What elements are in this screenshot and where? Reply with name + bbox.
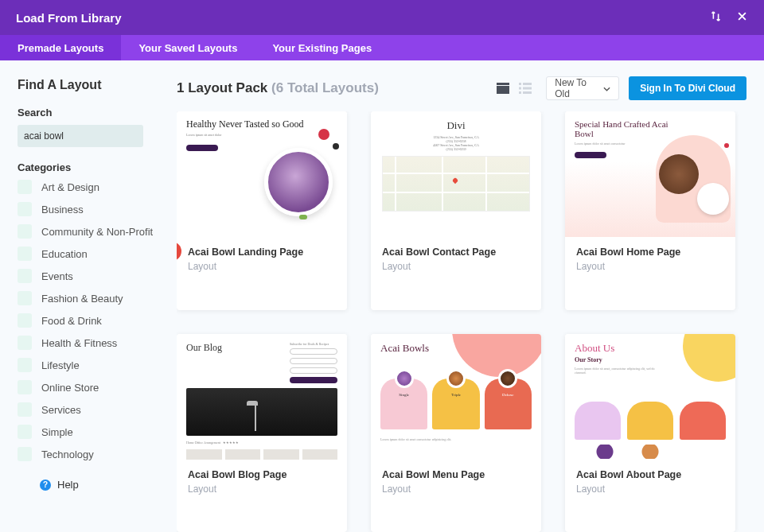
help-link[interactable]: ? Help	[40, 479, 159, 491]
modal-header: Load From Library	[0, 0, 764, 35]
layout-thumbnail: Healthy Never Tasted so Good Lorem ipsum…	[177, 111, 347, 237]
layout-card[interactable]: Our Blog Subscribe for Deals & Recipes H…	[177, 334, 347, 533]
layout-type: Layout	[576, 483, 724, 495]
svg-rect-3	[523, 83, 532, 85]
category-label: Fashion & Beauty	[41, 293, 123, 305]
category-item[interactable]: Art & Design	[18, 180, 159, 194]
category-item[interactable]: Education	[18, 247, 159, 261]
list-view-icon[interactable]	[516, 80, 535, 97]
category-label: Lifestyle	[41, 359, 80, 371]
layout-thumbnail: Our Blog Subscribe for Deals & Recipes H…	[177, 334, 347, 460]
category-item[interactable]: Online Store	[18, 380, 159, 394]
layout-card[interactable]: Divi 1234 Street Ave, San Francisco, CA …	[371, 111, 541, 310]
layout-card[interactable]: 1 Healthy Never Tasted so Good Lorem ips…	[177, 111, 347, 310]
layout-thumbnail: Special Hand Crafted Acai Bowl Lorem ips…	[565, 111, 735, 237]
layout-title: Acai Bowl Landing Page	[188, 247, 336, 258]
category-label: Technology	[41, 449, 94, 460]
categories-label: Categories	[18, 161, 159, 173]
category-item[interactable]: Food & Drink	[18, 313, 159, 328]
layout-card[interactable]: Acai Bowls Single Triple Deluxe Lorem ip…	[371, 334, 541, 533]
main-toolbar: 1 Layout Pack (6 Total Layouts) New To O…	[177, 76, 746, 100]
main-panel: 1 Layout Pack (6 Total Layouts) New To O…	[159, 60, 764, 532]
layout-thumbnail: Acai Bowls Single Triple Deluxe Lorem ip…	[371, 334, 541, 460]
sort-dropdown[interactable]: New To Old	[546, 76, 619, 100]
layout-grid: 1 Healthy Never Tasted so Good Lorem ips…	[177, 111, 746, 532]
layout-title: Acai Bowl Menu Page	[382, 469, 530, 480]
category-label: Food & Drink	[41, 315, 102, 327]
svg-rect-0	[497, 83, 509, 85]
layout-type: Layout	[188, 483, 336, 495]
grid-view-icon[interactable]	[493, 80, 513, 97]
svg-rect-7	[523, 91, 532, 94]
category-item[interactable]: Health & Fitness	[18, 336, 159, 350]
layout-thumbnail: About Us Our Story Lorem ipsum dolor sit…	[565, 334, 735, 460]
svg-rect-6	[519, 91, 521, 94]
category-label: Events	[41, 270, 73, 282]
category-item[interactable]: Technology	[18, 447, 159, 461]
category-item[interactable]: Lifestyle	[18, 358, 159, 372]
header-actions	[710, 10, 748, 25]
layout-thumbnail: Divi 1234 Street Ave, San Francisco, CA …	[371, 111, 541, 237]
category-label: Health & Fitness	[41, 337, 117, 349]
layout-type: Layout	[382, 261, 530, 272]
search-input[interactable]	[18, 130, 143, 142]
category-item[interactable]: Simple	[18, 425, 159, 439]
search-label: Search	[18, 107, 159, 118]
category-label: Simple	[41, 426, 73, 438]
category-label: Community & Non-Profit	[41, 226, 153, 238]
tab-premade-layouts[interactable]: Premade Layouts	[0, 35, 121, 60]
sidebar-title: Find A Layout	[18, 78, 159, 92]
svg-rect-2	[519, 83, 521, 85]
category-item[interactable]: Fashion & Beauty	[18, 291, 159, 305]
category-item[interactable]: Services	[18, 402, 159, 417]
layout-title: Acai Bowl Contact Page	[382, 247, 530, 258]
layout-title: Acai Bowl About Page	[576, 469, 724, 480]
category-item[interactable]: Community & Non-Profit	[18, 224, 159, 239]
category-list: Art & Design Business Community & Non-Pr…	[18, 180, 159, 461]
tab-saved-layouts[interactable]: Your Saved Layouts	[121, 35, 255, 60]
close-icon[interactable]	[736, 10, 748, 25]
category-label: Services	[41, 404, 81, 416]
help-icon: ?	[40, 480, 51, 491]
layout-title: Acai Bowl Home Page	[576, 247, 724, 258]
portability-icon[interactable]	[710, 10, 722, 25]
sort-label: New To Old	[555, 77, 603, 99]
category-label: Education	[41, 248, 88, 260]
help-label: Help	[57, 479, 79, 491]
layout-type: Layout	[382, 483, 530, 495]
layout-title: Acai Bowl Blog Page	[188, 469, 336, 480]
svg-rect-5	[523, 87, 532, 90]
view-switch	[493, 80, 535, 97]
layout-type: Layout	[188, 261, 336, 272]
chevron-down-icon	[603, 83, 610, 94]
svg-rect-4	[519, 87, 521, 90]
category-item[interactable]: Events	[18, 269, 159, 283]
modal-title: Load From Library	[16, 11, 710, 25]
layout-card[interactable]: About Us Our Story Lorem ipsum dolor sit…	[565, 334, 735, 533]
tab-bar: Premade Layouts Your Saved Layouts Your …	[0, 35, 764, 60]
category-label: Art & Design	[41, 181, 99, 193]
layout-card[interactable]: Special Hand Crafted Acai Bowl Lorem ips…	[565, 111, 735, 310]
search-container: + Filter	[18, 125, 143, 147]
tab-existing-pages[interactable]: Your Existing Pages	[255, 35, 389, 60]
category-label: Online Store	[41, 382, 99, 394]
svg-rect-1	[497, 86, 509, 94]
layout-type: Layout	[576, 261, 724, 272]
sidebar: Find A Layout Search + Filter Categories…	[0, 60, 159, 532]
signin-button[interactable]: Sign In To Divi Cloud	[629, 76, 746, 100]
result-count: 1 Layout Pack (6 Total Layouts)	[177, 80, 379, 96]
category-item[interactable]: Business	[18, 202, 159, 216]
category-label: Business	[41, 204, 84, 216]
